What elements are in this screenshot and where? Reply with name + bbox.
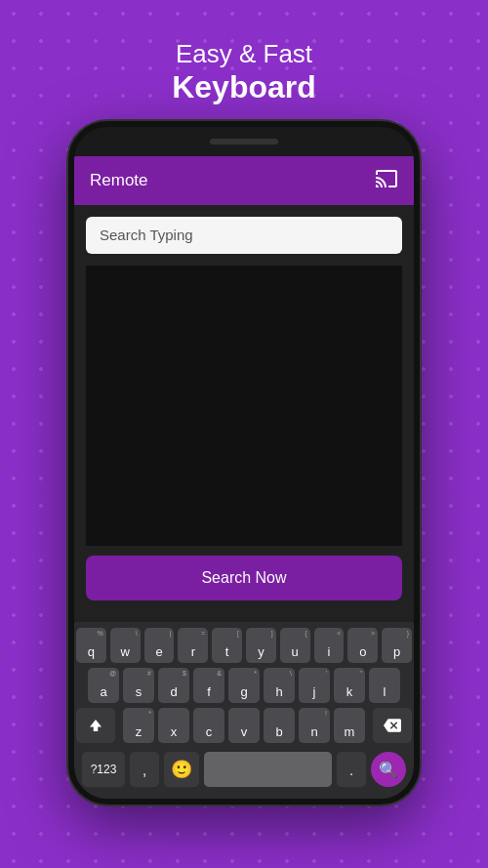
phone-speaker [210, 139, 278, 145]
key-i[interactable]: <i [314, 628, 345, 663]
key-k[interactable]: "k [334, 668, 365, 703]
key-r[interactable]: =r [178, 628, 208, 663]
key-e[interactable]: |e [144, 628, 175, 663]
search-now-button[interactable]: Search Now [86, 556, 402, 600]
shift-key[interactable] [76, 708, 115, 743]
keyboard-bottom-row: ?123 , 🙂 . 🔍 [76, 748, 412, 795]
keyboard-row-2: @a#s$d&f*g\h'j"kl [76, 668, 412, 703]
key-x[interactable]: x [158, 708, 189, 743]
keyboard-row-1: %q\w|e=r[t]y{u<i>o}p [76, 628, 412, 663]
key-o[interactable]: >o [347, 628, 378, 663]
period-key[interactable]: . [337, 752, 366, 787]
app-content: Search Typing Search Now [74, 205, 414, 622]
key-f[interactable]: &f [193, 668, 224, 703]
key-a[interactable]: @a [88, 668, 119, 703]
keyboard-row-3: *zxcvb!nm [76, 708, 412, 743]
app-bar-title: Remote [90, 171, 148, 190]
key-y[interactable]: ]y [246, 628, 276, 663]
key-p[interactable]: }p [382, 628, 412, 663]
key-j[interactable]: 'j [299, 668, 330, 703]
key-s[interactable]: #s [123, 668, 154, 703]
search-return-key[interactable]: 🔍 [371, 752, 406, 787]
phone-frame: Remote Search Typing Search Now %q\w|e=r… [68, 121, 420, 805]
search-input-wrapper[interactable]: Search Typing [86, 217, 402, 254]
key-b[interactable]: b [264, 708, 295, 743]
cast-icon[interactable] [375, 167, 398, 195]
key-d[interactable]: $d [158, 668, 189, 703]
key-v[interactable]: v [228, 708, 260, 743]
header-line2: Keyboard [172, 69, 316, 105]
key-n[interactable]: !n [299, 708, 330, 743]
key-u[interactable]: {u [280, 628, 310, 663]
header-line1: Easy & Fast [172, 39, 316, 69]
key-m[interactable]: m [334, 708, 365, 743]
content-area [86, 266, 402, 546]
delete-key[interactable] [373, 708, 412, 743]
key-z[interactable]: *z [123, 708, 154, 743]
key-l[interactable]: l [369, 668, 400, 703]
search-input-text: Search Typing [100, 227, 193, 243]
num-key[interactable]: ?123 [82, 752, 125, 787]
key-q[interactable]: %q [76, 628, 106, 663]
key-w[interactable]: \w [110, 628, 141, 663]
key-t[interactable]: [t [212, 628, 242, 663]
emoji-key[interactable]: 🙂 [164, 752, 199, 787]
header: Easy & Fast Keyboard [172, 39, 316, 105]
app-bar: Remote [74, 156, 414, 205]
space-key[interactable] [204, 752, 332, 787]
key-h[interactable]: \h [264, 668, 295, 703]
keyboard: %q\w|e=r[t]y{u<i>o}p @a#s$d&f*g\h'j"kl *… [74, 622, 414, 799]
key-g[interactable]: *g [228, 668, 260, 703]
comma-key[interactable]: , [130, 752, 159, 787]
key-c[interactable]: c [193, 708, 224, 743]
